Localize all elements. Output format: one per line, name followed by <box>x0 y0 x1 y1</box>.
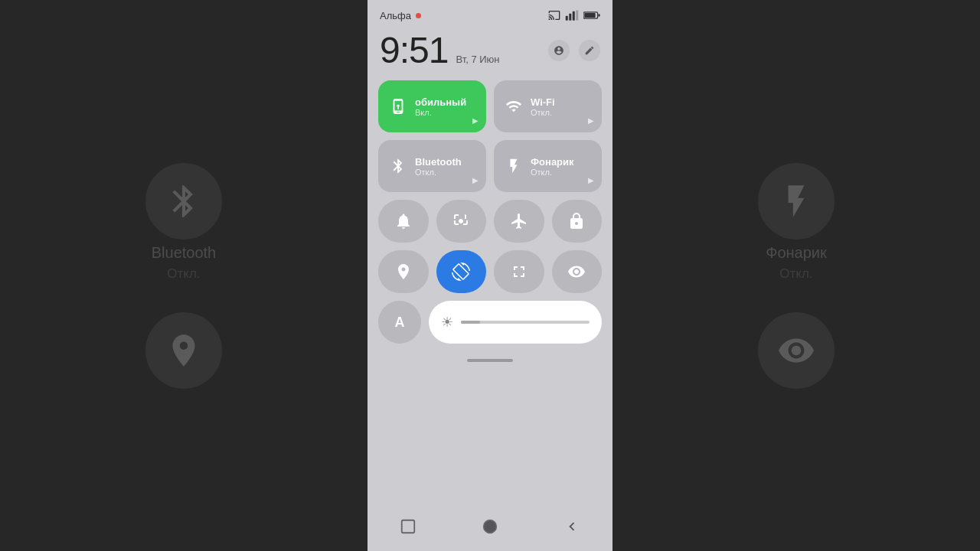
wifi-title: Wi-Fi <box>531 96 555 108</box>
bg-flashlight-sublabel: Откл. <box>779 266 812 282</box>
mobile-data-subtitle: Вкл. <box>415 108 466 117</box>
bottom-row: A ☀ <box>368 301 612 344</box>
bg-flashlight-circle <box>758 163 835 240</box>
nav-bar <box>368 505 612 551</box>
auto-label: A <box>395 315 405 331</box>
home-bar <box>467 359 513 362</box>
mobile-data-title: обильный <box>415 96 466 108</box>
wifi-toggle[interactable]: Wi-Fi Откл. ▶ <box>494 80 602 132</box>
edit-btn[interactable] <box>579 40 600 61</box>
nav-home-button[interactable] <box>475 511 505 542</box>
nav-square-button[interactable] <box>393 511 423 542</box>
clock-time: 9:51 <box>380 29 448 71</box>
airplane-button[interactable] <box>494 200 544 243</box>
icon-row-1 <box>368 200 612 243</box>
wifi-icon <box>505 97 523 116</box>
flashlight-title: Фонарик <box>531 156 574 168</box>
brightness-track <box>461 321 590 324</box>
background-right: Фонарик Откл. <box>612 0 980 551</box>
svg-point-8 <box>484 520 497 533</box>
brightness-slider[interactable]: ☀ <box>429 301 602 344</box>
status-bar: Альфа <box>368 0 612 26</box>
expand-button[interactable] <box>494 250 544 293</box>
svg-rect-6 <box>598 14 599 16</box>
bg-bluetooth-sublabel: Откл. <box>167 266 200 282</box>
svg-rect-3 <box>576 10 578 21</box>
svg-rect-5 <box>584 13 595 18</box>
flashlight-subtitle: Откл. <box>531 168 574 177</box>
bg-bluetooth-icon <box>145 163 222 240</box>
settings-shortcut-btn[interactable] <box>548 40 570 61</box>
phone-panel: Альфа <box>368 0 612 551</box>
bluetooth-tile-icon <box>389 157 407 175</box>
bg-eye-circle <box>758 312 835 389</box>
auto-brightness-button[interactable]: A <box>378 301 421 344</box>
svg-rect-0 <box>566 16 568 21</box>
mobile-data-icon <box>389 97 407 116</box>
signal-bars-icon <box>565 10 579 21</box>
bluetooth-arrow: ▶ <box>472 176 479 184</box>
lock-rotation-button[interactable] <box>552 200 603 243</box>
svg-rect-1 <box>569 14 571 21</box>
autorotate-button[interactable] <box>436 250 487 293</box>
nav-back-button[interactable] <box>557 511 587 542</box>
flashlight-arrow: ▶ <box>588 176 594 184</box>
status-right <box>548 9 600 21</box>
icon-row-2 <box>368 250 612 293</box>
home-indicator <box>368 354 612 367</box>
svg-rect-2 <box>573 11 575 21</box>
brightness-fill <box>461 321 480 324</box>
location-button[interactable] <box>378 250 429 293</box>
screencast-icon <box>548 9 560 21</box>
status-left: Альфа <box>380 10 421 21</box>
mobile-data-toggle[interactable]: обильный Вкл. ▶ <box>378 80 486 132</box>
mobile-data-arrow: ▶ <box>472 116 479 125</box>
bg-bluetooth-label: Bluetooth <box>152 244 217 262</box>
flashlight-toggle[interactable]: Фонарик Откл. ▶ <box>494 140 602 192</box>
toggle-grid-top: обильный Вкл. ▶ Wi-Fi Откл. ▶ <box>368 80 612 192</box>
carrier-dot <box>416 13 421 18</box>
eye-button[interactable] <box>552 250 603 293</box>
bell-button[interactable] <box>378 200 429 243</box>
svg-rect-7 <box>402 520 415 533</box>
bluetooth-toggle[interactable]: Bluetooth Откл. ▶ <box>378 140 486 192</box>
bg-flashlight-label: Фонарик <box>766 244 827 262</box>
wifi-subtitle: Откл. <box>531 108 555 117</box>
battery-icon <box>583 11 600 20</box>
brightness-icon: ☀ <box>441 314 453 331</box>
carrier-name: Альфа <box>380 10 411 21</box>
bg-location-circle <box>145 312 222 389</box>
clock-area: 9:51 Вт, 7 Июн <box>368 26 612 80</box>
flashlight-tile-icon <box>505 157 523 175</box>
clock-date: Вт, 7 Июн <box>456 54 499 65</box>
wifi-arrow: ▶ <box>588 116 594 125</box>
bluetooth-title: Bluetooth <box>415 156 462 168</box>
bluetooth-subtitle: Откл. <box>415 168 462 177</box>
background-left: Bluetooth Откл. <box>0 0 368 551</box>
screenshot-button[interactable] <box>436 200 487 243</box>
